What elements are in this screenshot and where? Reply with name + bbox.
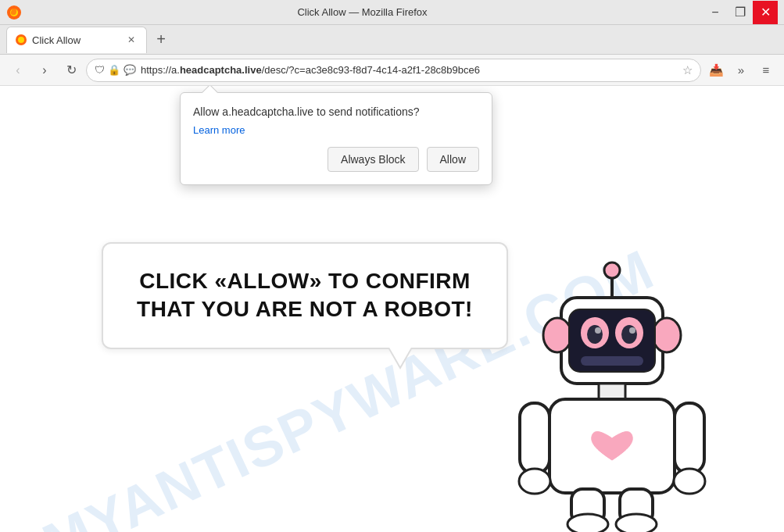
close-button[interactable]: ✕: [753, 1, 778, 24]
browser-viewport: MYANTISPYWARE.COM CLICK «ALLOW» TO CONFI…: [0, 86, 784, 532]
notification-popup: Allow a.headcaptcha.live to send notific…: [180, 92, 492, 185]
svg-rect-17: [599, 384, 625, 399]
svg-point-12: [587, 325, 603, 344]
shield-icon: 🛡: [95, 64, 105, 76]
forward-button[interactable]: ›: [33, 59, 56, 82]
svg-point-3: [18, 37, 24, 43]
svg-rect-16: [581, 356, 643, 366]
svg-point-13: [621, 325, 637, 344]
firefox-tab-icon: [15, 34, 27, 46]
tab-label: Click Allow: [32, 34, 81, 46]
svg-rect-21: [675, 403, 704, 473]
address-text: https://a.headcaptcha.live/desc/?c=ac3e8…: [141, 64, 678, 76]
address-prefix: https://a.: [141, 64, 180, 76]
always-block-button[interactable]: Always Block: [328, 147, 418, 172]
tab-bar: Click Allow ✕ +: [0, 25, 784, 55]
bookmark-button[interactable]: ☆: [682, 63, 693, 77]
speech-bubble: CLICK «ALLOW» TO CONFIRM THAT YOU ARE NO…: [102, 242, 508, 349]
toolbar-right: 📥 » ≡: [704, 59, 778, 82]
minimize-button[interactable]: −: [703, 1, 728, 24]
firefox-logo-icon: [6, 5, 22, 20]
lock-icon: 🔒: [108, 64, 120, 76]
svg-point-20: [519, 469, 550, 494]
svg-point-26: [616, 514, 657, 532]
address-suffix: /desc/?c=ac3e8c93-f8d7-4c14-a2f1-28c8b9b…: [262, 64, 480, 76]
title-bar: Click Allow — Mozilla Firefox − ❐ ✕: [0, 0, 784, 25]
notification-title: Allow a.headcaptcha.live to send notific…: [193, 105, 479, 118]
robot-svg: [487, 251, 737, 532]
address-bar[interactable]: 🛡 🔒 💬 https://a.headcaptcha.live/desc/?c…: [86, 59, 701, 82]
new-tab-button[interactable]: +: [150, 29, 172, 51]
speech-bubble-container: CLICK «ALLOW» TO CONFIRM THAT YOU ARE NO…: [102, 242, 508, 349]
svg-rect-19: [520, 403, 550, 473]
svg-point-15: [629, 327, 635, 334]
notification-permissions-icon: 💬: [124, 64, 136, 76]
reload-button[interactable]: ↻: [59, 59, 83, 82]
bubble-text: CLICK «ALLOW» TO CONFIRM THAT YOU ARE NO…: [134, 267, 475, 324]
tab-click-allow[interactable]: Click Allow ✕: [6, 27, 147, 53]
learn-more-link[interactable]: Learn more: [193, 124, 479, 136]
pocket-button[interactable]: 📥: [704, 59, 728, 82]
svg-point-8: [653, 318, 681, 352]
menu-button[interactable]: ≡: [754, 59, 778, 82]
svg-point-5: [604, 262, 620, 278]
robot-character: [487, 251, 737, 532]
address-domain: headcaptcha.live: [180, 64, 262, 76]
back-button[interactable]: ‹: [6, 59, 30, 82]
restore-button[interactable]: ❐: [728, 1, 753, 24]
allow-button[interactable]: Allow: [427, 147, 479, 172]
tab-close-button[interactable]: ✕: [124, 33, 138, 47]
svg-point-25: [567, 514, 608, 532]
svg-point-14: [595, 327, 601, 334]
svg-point-22: [674, 469, 705, 494]
window-controls: − ❐ ✕: [703, 1, 778, 24]
notification-buttons: Always Block Allow: [193, 147, 479, 172]
address-security-icons: 🛡 🔒 💬: [95, 64, 136, 76]
toolbar: ‹ › ↻ 🛡 🔒 💬 https://a.headcaptcha.live/d…: [0, 55, 784, 86]
title-bar-left: [6, 5, 22, 20]
window-title: Click Allow — Mozilla Firefox: [22, 6, 703, 18]
more-tools-button[interactable]: »: [729, 59, 753, 82]
svg-point-7: [543, 318, 571, 352]
